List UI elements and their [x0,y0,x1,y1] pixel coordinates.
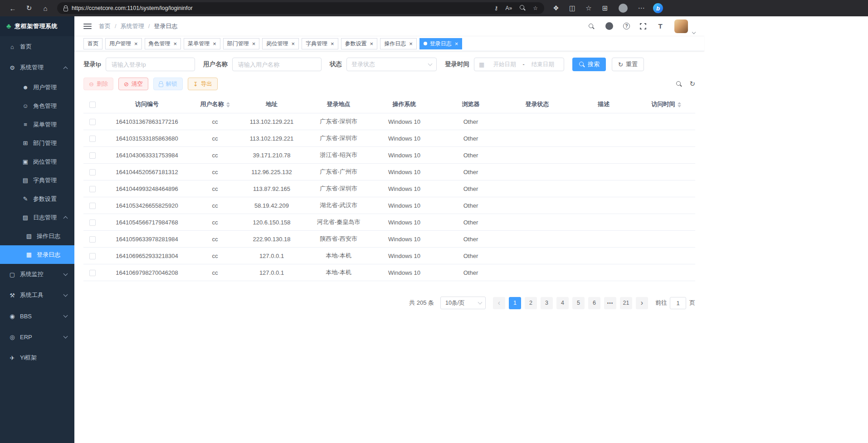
table-search-icon[interactable] [676,81,682,87]
sidebar-menu-item[interactable]: ⌂ 首页 [0,36,74,57]
sidebar-menu-item[interactable]: ▦ 登录日志 [0,245,74,264]
breadcrumb-home[interactable]: 首页 [99,22,111,30]
browser-profile-icon[interactable] [619,4,628,13]
tab[interactable]: 参数设置 × [341,38,378,49]
table-row[interactable]: 1641054566717984768 cc 120.6.150.158 河北省… [83,214,695,231]
tab[interactable]: 角色管理 × [145,38,181,49]
page-button[interactable]: 21 [620,297,632,309]
search-icon[interactable] [587,22,595,30]
user-name-input[interactable] [232,58,322,71]
sidebar-menu-item[interactable]: ▣ 岗位管理 [0,152,74,171]
tab[interactable]: 字典管理 × [302,38,338,49]
avatar[interactable] [674,19,688,33]
table-row[interactable]: 1641053426655825920 cc 58.19.42.209 湖北省-… [83,197,695,214]
column-header[interactable]: 访问编号 [102,96,192,113]
split-screen-icon[interactable]: ◫ [564,4,580,12]
page-button[interactable]: ••• [604,297,616,309]
column-header[interactable]: 浏览器 [437,96,504,113]
column-header[interactable]: 操作系统 [371,96,437,113]
table-row[interactable]: 1641043063331753984 cc 39.171.210.78 浙江省… [83,147,695,164]
address-bar[interactable]: https://ccnetcore.com:1101/system/log/lo… [57,2,544,14]
table-row[interactable]: 1641031367863177216 cc 113.102.129.221 广… [83,113,695,130]
close-icon[interactable]: × [174,41,177,47]
zoom-icon[interactable] [519,5,526,12]
sort-caret[interactable] [226,102,230,107]
page-button[interactable]: 5 [572,297,585,309]
url-text[interactable]: https://ccnetcore.com:1101/system/log/lo… [72,5,193,11]
search-button[interactable]: 搜索 [572,58,606,71]
start-date-input[interactable]: 开始日期 [488,61,521,68]
date-range-picker[interactable]: ▦ 开始日期 - 结束日期 [474,58,564,71]
select-all-checkbox[interactable] [89,102,96,108]
home-icon[interactable]: ⌂ [37,5,54,12]
page-size-select[interactable]: 10条/页 [440,297,486,309]
row-checkbox[interactable] [89,236,96,243]
more-icon[interactable]: ⋯ [633,4,649,12]
refresh-icon[interactable]: ↻ [21,4,37,12]
tab[interactable]: 用户管理 × [105,38,142,49]
export-button[interactable]: ↧ 导出 [188,78,218,90]
row-checkbox[interactable] [89,253,96,259]
tab[interactable]: 菜单管理 × [184,38,220,49]
breadcrumb-system-management[interactable]: 系统管理 [121,22,144,30]
prev-page-button[interactable]: ‹ [493,297,505,309]
favorites-icon[interactable]: ☆ [533,5,538,11]
row-checkbox[interactable] [89,270,96,276]
table-row[interactable]: 1641031533185863680 cc 113.102.129.221 广… [83,130,695,147]
column-header[interactable]: 描述 [570,96,637,113]
github-icon[interactable] [605,22,613,30]
table-row[interactable]: 1641044993248464896 cc 113.87.92.165 广东省… [83,180,695,197]
extensions-icon[interactable]: ❖ [548,4,564,12]
page-button[interactable]: 1 [509,297,521,309]
row-checkbox[interactable] [89,219,96,226]
sidebar-menu-item[interactable]: ▨ 日志管理 [0,208,74,227]
sidebar-menu-item[interactable]: ▢ 系统监控 [0,264,74,285]
login-ip-input[interactable] [106,58,195,71]
tab[interactable]: 首页 [83,38,102,49]
sidebar-menu-item[interactable]: ▧ 操作日志 [0,227,74,245]
table-row[interactable]: 1641069652933218304 cc 127.0.0.1 本地-本机 W… [83,248,695,264]
column-header[interactable]: 登录状态 [504,96,570,113]
page-button[interactable]: 6 [588,297,600,309]
sidebar-menu-item[interactable]: ≡ 菜单管理 [0,115,74,134]
tab[interactable]: 操作日志 × [380,38,417,49]
row-checkbox[interactable] [89,136,96,142]
table-row[interactable]: 1641059633978281984 cc 222.90.130.18 陕西省… [83,231,695,248]
row-checkbox[interactable] [89,169,96,175]
tab[interactable]: 部门管理 × [223,38,260,49]
close-icon[interactable]: × [370,41,374,47]
sidebar-menu-item[interactable]: ⚒ 系统工具 [0,285,74,306]
row-checkbox[interactable] [89,186,96,192]
close-icon[interactable]: × [409,41,413,47]
row-checkbox[interactable] [89,203,96,209]
fullscreen-icon[interactable] [640,23,646,29]
close-icon[interactable]: × [252,41,256,47]
close-icon[interactable]: × [455,41,458,47]
close-icon[interactable]: × [213,41,216,47]
column-header[interactable]: 用户名称 [192,96,238,113]
close-icon[interactable]: × [331,41,334,47]
sidebar-menu-item[interactable]: ☻ 用户管理 [0,78,74,97]
sidebar-menu-item[interactable]: ✈ Yi框架 [0,347,74,368]
status-select[interactable]: 登录状态 [346,58,437,71]
sidebar-menu-item[interactable]: ◉ BBS [0,306,74,326]
table-row[interactable]: 1641069798270046208 cc 127.0.0.1 本地-本机 W… [83,264,695,281]
collections-icon[interactable]: ⊞ [597,4,613,12]
back-icon[interactable]: ← [5,5,21,12]
sidebar-menu-item[interactable]: ⊞ 部门管理 [0,134,74,152]
sidebar-menu-item[interactable]: ✎ 参数设置 [0,190,74,208]
help-icon[interactable]: ? [623,23,630,29]
read-aloud-icon[interactable]: A» [506,5,512,11]
tab[interactable]: 登录日志 × [419,38,463,49]
end-date-input[interactable]: 结束日期 [527,61,559,68]
table-row[interactable]: 1641044520567181312 cc 112.96.225.132 广东… [83,164,695,180]
delete-button[interactable]: ⊖ 删除 [83,78,113,90]
reset-button[interactable]: ↻ 重置 [612,58,644,71]
close-icon[interactable]: × [134,41,138,47]
column-header[interactable]: 登录地点 [306,96,371,113]
clear-button[interactable]: ⊘ 清空 [118,78,148,90]
column-header[interactable]: 访问时间 [637,96,695,113]
font-size-icon[interactable]: T [656,22,664,30]
page-button[interactable]: 4 [556,297,569,309]
page-button[interactable]: 3 [541,297,553,309]
